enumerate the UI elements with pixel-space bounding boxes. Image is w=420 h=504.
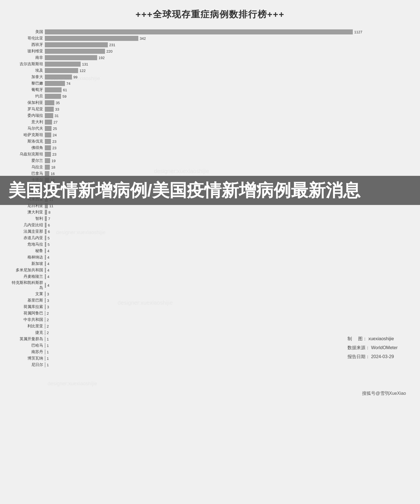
bar-wrapper: 3	[45, 291, 409, 297]
bar-value: 25	[53, 127, 57, 131]
bar-row: 佛得角23	[11, 145, 409, 151]
country-label: 英属开曼群岛	[11, 337, 45, 342]
bar-value: 4	[47, 255, 49, 260]
country-label: 西班牙	[11, 42, 45, 47]
bar-wrapper: 61	[45, 87, 409, 92]
bar	[45, 68, 78, 73]
bar-row: 几内亚比绍6	[11, 222, 409, 228]
country-label: 意大利	[11, 120, 45, 125]
bar-wrapper: 18	[45, 165, 409, 170]
bar-wrapper: 192	[45, 55, 409, 60]
bar-value: 4	[47, 268, 49, 272]
bar-row: 爱尔兰19	[11, 158, 409, 164]
bar-value: 33	[55, 107, 59, 111]
bar	[45, 216, 47, 221]
bar-value: 23	[52, 139, 56, 144]
country-label: 危地马拉	[11, 242, 45, 247]
bar	[45, 248, 46, 253]
country-label: 赤道几内亚	[11, 235, 45, 241]
bar-value: 5	[48, 236, 50, 240]
bar-wrapper: 5	[45, 242, 409, 247]
bar-row: 格林纳达4	[11, 255, 409, 260]
bar	[45, 139, 51, 144]
bar-value: 16	[51, 172, 55, 176]
bar	[45, 311, 45, 316]
bar-row: 加拿大99	[11, 74, 409, 80]
country-label: 埃及	[11, 68, 45, 73]
info-date: 报告日期： 2024-03-29	[347, 352, 398, 361]
bar-row: 特克斯和凯科斯群岛4	[11, 280, 409, 290]
country-label: 秘鲁	[11, 248, 45, 253]
bar	[45, 291, 46, 297]
bar-row: 罗马尼亚33	[11, 106, 409, 112]
bar-wrapper: 99	[45, 74, 409, 80]
bar-row: 文莱3	[11, 291, 409, 297]
bar	[45, 126, 52, 131]
chart-title: +++全球现存重症病例数排行榜+++	[11, 8, 409, 21]
bar	[45, 229, 46, 234]
overlay-banner-text: 美国疫情新增病例/美国疫情新增病例最新消息	[8, 181, 412, 200]
bar	[45, 356, 45, 361]
bar-row: 保加利亚35	[11, 100, 409, 106]
overlay-banner: 美国疫情新增病例/美国疫情新增病例最新消息	[0, 176, 420, 205]
bar-wrapper: 2	[45, 317, 409, 322]
bar	[45, 49, 105, 54]
bar-value: 1	[47, 337, 49, 341]
bar-value: 4	[47, 262, 49, 266]
country-label: 法属圭亚那	[11, 229, 45, 234]
bar-row: 西班牙231	[11, 42, 409, 48]
bar-value: 7	[48, 217, 50, 221]
sohu-watermark: 搜狐号@雪鸮XueXiao	[362, 391, 406, 396]
bar-row: 乌兹别克斯坦23	[11, 151, 409, 157]
bar-row: 埃及122	[11, 68, 409, 73]
bar-value: 4	[47, 283, 49, 288]
bar-row: 乌拉圭18	[11, 164, 409, 170]
bar-wrapper: 6	[45, 223, 409, 228]
country-label: 丹麦格陵兰	[11, 274, 45, 279]
bar	[45, 317, 45, 322]
bar	[45, 94, 61, 99]
bar	[45, 330, 45, 335]
bar-row: 哈萨克斯坦24	[11, 132, 409, 138]
bar-wrapper: 6	[45, 229, 409, 234]
country-label: 利比里亚	[11, 324, 45, 329]
bar-row: 葡萄牙61	[11, 87, 409, 93]
country-label: 澳大利亚	[11, 210, 45, 215]
bar-row: 澳大利亚8	[11, 209, 409, 215]
country-label: 格林纳达	[11, 255, 45, 260]
bar-wrapper: 342	[45, 36, 409, 41]
bar	[45, 283, 46, 288]
bar	[45, 81, 65, 86]
bar-wrapper: 23	[45, 145, 409, 150]
bar-value: 1	[47, 356, 49, 361]
bar-wrapper: 220	[45, 49, 409, 54]
bar-value: 4	[47, 275, 49, 279]
bar-wrapper: 231	[45, 42, 409, 47]
bar	[45, 268, 46, 273]
bar-wrapper: 74	[45, 81, 409, 86]
bar	[45, 29, 353, 34]
bar-wrapper: 7	[45, 216, 409, 221]
bar-value: 231	[109, 43, 115, 47]
bar	[45, 42, 108, 47]
bar-row: 美国1127	[11, 29, 409, 35]
country-label: 荷属阿鲁巴	[11, 311, 45, 316]
bar	[45, 62, 81, 67]
bar	[45, 298, 46, 303]
bar-row: 巴拿马16	[11, 171, 409, 176]
bar-value: 122	[80, 69, 86, 73]
bar-row: 多米尼加共和国4	[11, 267, 409, 273]
bar	[45, 145, 51, 150]
bar	[45, 235, 46, 241]
bar	[45, 55, 97, 60]
bar-wrapper: 4	[45, 274, 409, 279]
country-label: 加拿大	[11, 74, 45, 80]
bar-value: 27	[53, 120, 57, 124]
bar-row: 中非共和国2	[11, 317, 409, 323]
bar-row: 马尔代夫25	[11, 126, 409, 131]
bar-value: 342	[140, 36, 146, 41]
bar-value: 1	[47, 344, 49, 348]
bar-wrapper: 16	[45, 171, 409, 176]
country-label: 智利	[11, 216, 45, 221]
bar-row: 智利7	[11, 216, 409, 221]
